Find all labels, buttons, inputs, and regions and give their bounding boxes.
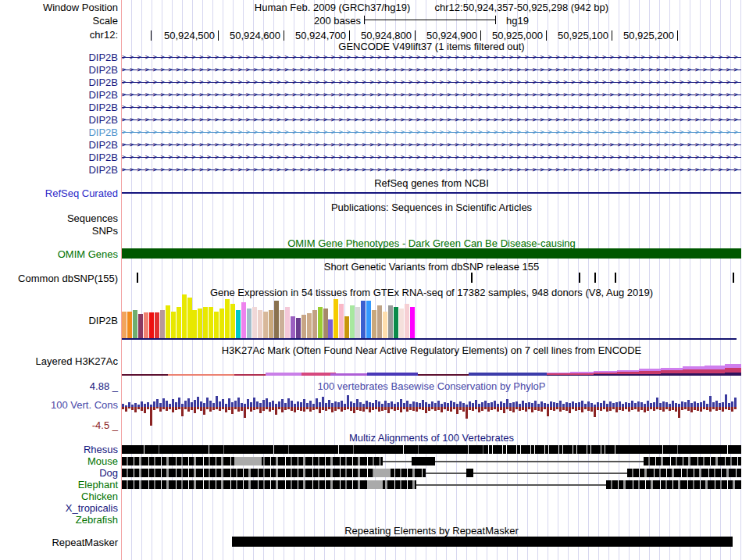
snps-label[interactable]: SNPs (0, 225, 118, 237)
gtex-tissue-bar[interactable] (410, 307, 415, 338)
gtex-tissue-bar[interactable] (312, 310, 317, 338)
gtex-tissue-bar[interactable] (144, 312, 148, 338)
snp-variant-tick[interactable] (471, 273, 473, 283)
gtex-tissue-bar[interactable] (182, 294, 187, 338)
gencode-transcript[interactable]: >>>>>>>>>>>>>>>>>>>>>>>>>>>>>>>>>>>>>>>>… (122, 78, 741, 87)
omim-gene-bar[interactable] (122, 248, 741, 259)
gtex-tissue-bar[interactable] (198, 309, 202, 338)
multiz-species-label[interactable]: X_tropicalis (0, 502, 118, 514)
gtex-tissue-bar[interactable] (269, 310, 273, 338)
snp-variant-tick[interactable] (579, 273, 580, 283)
gtex-tissue-bar[interactable] (160, 310, 165, 338)
gtex-tissue-bar[interactable] (236, 310, 241, 338)
gtex-tissue-bar[interactable] (247, 309, 251, 338)
gtex-tissue-bar[interactable] (285, 307, 290, 338)
sequences-label[interactable]: Sequences (0, 212, 118, 224)
dbsnp-label[interactable]: Common dbSNP(155) (0, 273, 118, 284)
gtex-tissue-bar[interactable] (203, 307, 208, 338)
gtex-tissue-bar[interactable] (399, 309, 404, 338)
gtex-gene-label[interactable]: DIP2B (0, 315, 118, 326)
gtex-tissue-bar[interactable] (219, 309, 224, 338)
gencode-transcript[interactable]: >>>>>>>>>>>>>>>>>>>>>>>>>>>>>>>>>>>>>>>>… (122, 141, 741, 149)
gtex-tissue-bar[interactable] (192, 310, 197, 338)
refseq-curated-label[interactable]: RefSeq Curated (0, 187, 118, 199)
gtex-tissue-bar[interactable] (350, 305, 355, 338)
gtex-tissue-bar[interactable] (241, 302, 246, 338)
gtex-tissue-bar[interactable] (171, 312, 176, 338)
multiz-alignment-row[interactable] (122, 469, 741, 477)
gtex-tissue-bar[interactable] (166, 305, 170, 338)
gencode-transcript[interactable]: >>>>>>>>>>>>>>>>>>>>>>>>>>>>>>>>>>>>>>>>… (122, 166, 741, 174)
gtex-tissue-bar[interactable] (155, 312, 159, 338)
gencode-row-label[interactable]: DIP2B (0, 64, 118, 76)
gtex-tissue-bar[interactable] (344, 316, 349, 338)
gtex-tissue-bar[interactable] (122, 312, 127, 338)
gencode-transcript[interactable]: >>>>>>>>>>>>>>>>>>>>>>>>>>>>>>>>>>>>>>>>… (122, 91, 741, 99)
gencode-row-label[interactable]: DIP2B (0, 152, 118, 163)
gencode-transcript[interactable]: >>>>>>>>>>>>>>>>>>>>>>>>>>>>>>>>>>>>>>>>… (122, 103, 741, 112)
gtex-tissue-bar[interactable] (177, 307, 181, 338)
gtex-tissue-bar[interactable] (127, 312, 132, 338)
gtex-tissue-bar[interactable] (301, 315, 306, 338)
gtex-tissue-bar[interactable] (280, 310, 284, 338)
gtex-tissue-bar[interactable] (328, 319, 333, 338)
snp-variant-tick[interactable] (615, 273, 616, 283)
gtex-tissue-bar[interactable] (355, 307, 360, 338)
gencode-row-label[interactable]: DIP2B (0, 89, 118, 101)
gtex-tissue-bar[interactable] (361, 301, 366, 338)
gtex-tissue-bar[interactable] (318, 307, 323, 338)
gtex-tissue-bar[interactable] (230, 304, 235, 338)
gtex-tissue-bar[interactable] (187, 298, 192, 338)
gencode-row-label[interactable]: DIP2B (0, 77, 118, 88)
gtex-tissue-bar[interactable] (138, 314, 143, 338)
gtex-tissue-bar[interactable] (383, 312, 387, 338)
phylop-label[interactable]: 100 Vert. Cons (0, 399, 118, 411)
gencode-transcript[interactable]: >>>>>>>>>>>>>>>>>>>>>>>>>>>>>>>>>>>>>>>>… (122, 128, 741, 137)
gtex-tissue-bar[interactable] (307, 313, 312, 338)
gtex-tissue-bar[interactable] (214, 312, 219, 338)
gencode-row-label[interactable]: DIP2B (0, 52, 118, 63)
gtex-tissue-bar[interactable] (209, 307, 213, 338)
gtex-tissue-bar[interactable] (252, 307, 257, 338)
gtex-tissue-bar[interactable] (225, 299, 230, 338)
gtex-tissue-bar[interactable] (323, 309, 328, 338)
gencode-row-label[interactable]: DIP2B (0, 102, 118, 113)
gencode-transcript[interactable]: >>>>>>>>>>>>>>>>>>>>>>>>>>>>>>>>>>>>>>>>… (122, 116, 741, 124)
gtex-tissue-bar[interactable] (149, 312, 154, 338)
gtex-tissue-bar[interactable] (274, 301, 279, 338)
gtex-tissue-bar[interactable] (339, 304, 344, 338)
gtex-tissue-bar[interactable] (405, 304, 409, 338)
multiz-species-label[interactable]: Chicken (0, 490, 118, 502)
gencode-transcript[interactable]: >>>>>>>>>>>>>>>>>>>>>>>>>>>>>>>>>>>>>>>>… (122, 66, 741, 74)
multiz-alignment-row[interactable] (122, 480, 741, 489)
gencode-row-label[interactable]: DIP2B (0, 114, 118, 126)
gtex-tissue-bar[interactable] (258, 310, 262, 338)
snp-variant-tick[interactable] (594, 273, 596, 283)
gencode-transcript[interactable]: >>>>>>>>>>>>>>>>>>>>>>>>>>>>>>>>>>>>>>>>… (122, 53, 741, 62)
snp-variant-tick[interactable] (733, 273, 734, 283)
gtex-tissue-bar[interactable] (388, 305, 393, 338)
gencode-row-label[interactable]: DIP2B (0, 164, 118, 176)
gtex-tissue-bar[interactable] (334, 299, 338, 338)
repeatmasker-bar[interactable] (232, 537, 733, 547)
gencode-row-label[interactable]: DIP2B (0, 139, 118, 151)
multiz-species-label[interactable]: Zebrafish (0, 514, 118, 526)
gtex-tissue-bar[interactable] (296, 318, 301, 338)
gtex-tissue-bar[interactable] (291, 316, 295, 338)
multiz-species-label[interactable]: Rhesus (0, 444, 118, 455)
multiz-alignment-row[interactable] (122, 457, 741, 465)
multiz-species-label[interactable]: Dog (0, 467, 118, 479)
multiz-alignment-row[interactable] (122, 445, 741, 454)
omim-genes-label[interactable]: OMIM Genes (0, 248, 118, 260)
gtex-tissue-bar[interactable] (133, 310, 137, 338)
multiz-species-label[interactable]: Elephant (0, 479, 118, 490)
gencode-transcript[interactable]: >>>>>>>>>>>>>>>>>>>>>>>>>>>>>>>>>>>>>>>>… (122, 153, 741, 162)
gencode-row-label[interactable]: DIP2B (0, 127, 118, 138)
gtex-tissue-bar[interactable] (263, 312, 268, 338)
h3k27ac-label[interactable]: Layered H3K27Ac (0, 355, 118, 367)
gtex-tissue-bar[interactable] (366, 301, 371, 338)
gtex-tissue-bar[interactable] (394, 307, 398, 338)
snp-variant-tick[interactable] (137, 273, 138, 283)
repeatmasker-label[interactable]: RepeatMasker (0, 537, 118, 548)
refseq-track-line[interactable] (122, 192, 741, 194)
